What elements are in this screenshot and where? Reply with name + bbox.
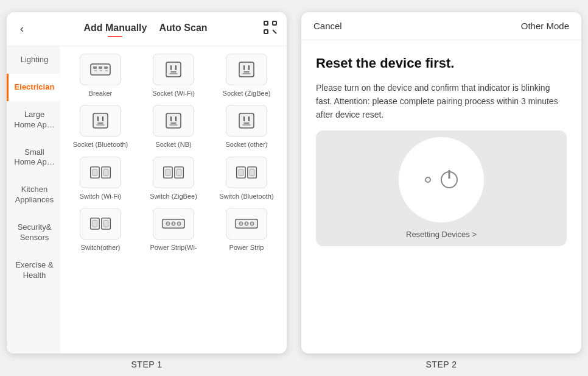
svg-rect-43 [177,169,181,176]
svg-rect-21 [93,113,108,128]
screen2: Cancel Other Mode Reset the device first… [301,12,581,353]
screen1-body: Lighting Electrician Large Home Ap… Smal… [7,46,287,353]
reset-description: Please turn on the device and confirm th… [316,81,567,122]
sidebar-item-large-home[interactable]: Large Home Ap… [7,101,60,139]
device-socket-other[interactable]: Socket (other) [214,105,279,149]
device-socket-wifi[interactable]: Socket (Wi-Fi) [141,54,206,98]
svg-rect-16 [239,62,254,77]
device-socket-zigbee[interactable]: Socket (ZigBee) [214,54,279,98]
step1-wrapper: ‹ Add Manually Auto Scan Li [7,12,287,369]
breaker-icon-box [80,54,121,85]
scan-icon[interactable] [264,21,277,37]
switch-zigbee-icon-box [153,157,194,188]
device-power-strip-wifi[interactable]: Power Strip(Wi- [141,208,206,252]
switch-bt-label: Switch (Bluetooth) [219,192,273,200]
svg-rect-41 [166,169,170,176]
device-grid: Breaker Socke [60,46,287,353]
header-tabs: Add Manually Auto Scan [32,23,259,36]
step2-label: STEP 2 [426,360,457,369]
svg-line-3 [273,30,276,34]
svg-rect-37 [93,169,97,176]
socket-nb-label: Socket (NB) [155,140,191,149]
device-switch-wifi[interactable]: Switch (Wi-Fi) [68,157,133,200]
power-dot [425,177,431,183]
svg-rect-2 [264,30,268,34]
socket-wifi-icon-box [153,54,194,85]
socket-zigbee-icon-box [226,54,267,85]
cancel-button[interactable]: Cancel [313,21,342,31]
screen1-header: ‹ Add Manually Auto Scan [7,12,287,46]
svg-rect-5 [93,66,97,69]
svg-rect-52 [163,219,184,229]
socket-zigbee-label: Socket (ZigBee) [223,89,271,98]
socket-bt-icon-box [80,105,121,137]
sidebar-item-small-home[interactable]: Small Home Ap… [7,139,60,177]
device-power-strip[interactable]: Power Strip [214,208,279,252]
other-mode-button[interactable]: Other Mode [521,21,569,31]
sidebar-item-exercise[interactable]: Exercise & Health [7,252,60,289]
socket-other-icon-box [226,105,267,137]
svg-rect-31 [239,113,254,128]
sidebar-item-security[interactable]: Security& Sensors [7,214,60,252]
power-icon [441,171,458,188]
svg-rect-4 [91,64,110,75]
tab-add-manually[interactable]: Add Manually [83,23,147,36]
screen1: ‹ Add Manually Auto Scan Li [7,12,287,353]
svg-rect-0 [264,21,268,25]
switch-wifi-label: Switch (Wi-Fi) [80,192,121,200]
sidebar-item-electrician[interactable]: Electrician [7,74,60,101]
svg-rect-62 [236,219,257,229]
svg-rect-1 [273,21,276,25]
power-strip-wifi-icon-box [153,208,194,239]
device-visual: Resetting Devices > [316,130,567,246]
sidebar: Lighting Electrician Large Home Ap… Smal… [7,46,60,353]
tab-auto-scan[interactable]: Auto Scan [159,23,207,36]
breaker-label: Breaker [89,89,113,98]
svg-rect-11 [166,62,181,77]
step1-label: STEP 1 [131,360,163,369]
svg-rect-26 [166,113,181,128]
device-switch-other[interactable]: Switch(other) [68,208,133,252]
device-switch-zigbee[interactable]: Switch (ZigBee) [141,157,206,200]
device-switch-bt[interactable]: Switch (Bluetooth) [214,157,279,200]
device-socket-bt[interactable]: Socket (Bluetooth) [68,105,133,149]
reset-link[interactable]: Resetting Devices > [406,230,477,239]
svg-rect-45 [239,169,243,176]
device-socket-nb[interactable]: Socket (NB) [141,105,206,149]
switch-wifi-icon-box [80,157,121,188]
reset-title: Reset the device first. [316,55,567,73]
svg-rect-6 [99,66,102,69]
back-button[interactable]: ‹ [16,21,27,37]
device-breaker[interactable]: Breaker [68,54,133,98]
svg-rect-51 [103,220,108,227]
sidebar-item-kitchen[interactable]: Kitchen Appliances [7,176,60,214]
power-strip-wifi-label: Power Strip(Wi- [150,243,197,252]
power-strip-icon-box [226,208,267,239]
device-circle [399,137,484,222]
screen2-header: Cancel Other Mode [301,12,581,40]
switch-other-icon-box [80,208,121,239]
socket-bt-label: Socket (Bluetooth) [73,140,128,149]
switch-zigbee-label: Switch (ZigBee) [150,192,197,200]
step2-wrapper: Cancel Other Mode Reset the device first… [301,12,581,369]
screen2-body: Reset the device first. Please turn on t… [301,40,581,353]
switch-bt-icon-box [226,157,267,188]
svg-rect-47 [250,169,254,176]
socket-nb-icon-box [153,105,194,137]
socket-wifi-label: Socket (Wi-Fi) [152,89,195,98]
socket-other-label: Socket (other) [225,140,267,149]
sidebar-item-lighting[interactable]: Lighting [7,46,60,74]
switch-other-label: Switch(other) [81,243,121,252]
svg-rect-39 [103,169,108,176]
svg-rect-49 [93,220,97,227]
svg-rect-7 [104,66,108,69]
power-strip-label: Power Strip [229,243,264,252]
